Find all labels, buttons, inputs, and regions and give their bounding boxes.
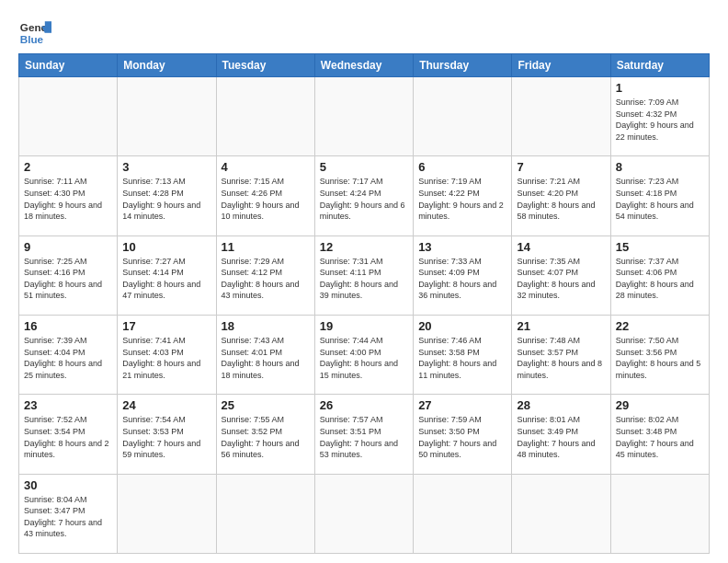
calendar-cell: 24Sunrise: 7:54 AM Sunset: 3:53 PM Dayli… — [118, 395, 216, 474]
day-info: Sunrise: 7:46 AM Sunset: 3:58 PM Dayligh… — [418, 335, 506, 381]
day-info: Sunrise: 7:21 AM Sunset: 4:20 PM Dayligh… — [517, 176, 605, 222]
day-number: 17 — [122, 319, 210, 333]
day-info: Sunrise: 7:25 AM Sunset: 4:16 PM Dayligh… — [24, 256, 112, 302]
calendar-cell — [118, 474, 216, 553]
calendar-cell: 6Sunrise: 7:19 AM Sunset: 4:22 PM Daylig… — [414, 156, 512, 236]
calendar-cell — [610, 474, 709, 553]
day-number: 21 — [517, 319, 605, 333]
calendar-cell: 21Sunrise: 7:48 AM Sunset: 3:57 PM Dayli… — [512, 315, 610, 394]
day-number: 13 — [418, 240, 506, 254]
svg-text:Blue: Blue — [20, 33, 44, 45]
day-number: 24 — [122, 398, 210, 412]
day-info: Sunrise: 7:54 AM Sunset: 3:53 PM Dayligh… — [122, 414, 210, 460]
weekday-header-monday: Monday — [118, 54, 216, 77]
calendar-cell — [216, 474, 314, 553]
week-row-5: 23Sunrise: 7:52 AM Sunset: 3:54 PM Dayli… — [19, 395, 710, 474]
day-number: 10 — [122, 240, 210, 254]
logo: General Blue — [18, 15, 55, 48]
day-info: Sunrise: 8:02 AM Sunset: 3:48 PM Dayligh… — [616, 414, 704, 460]
day-info: Sunrise: 7:27 AM Sunset: 4:14 PM Dayligh… — [122, 256, 210, 302]
calendar-cell: 19Sunrise: 7:44 AM Sunset: 4:00 PM Dayli… — [314, 315, 413, 394]
day-info: Sunrise: 7:19 AM Sunset: 4:22 PM Dayligh… — [418, 176, 506, 222]
logo-icon: General Blue — [18, 15, 51, 48]
day-info: Sunrise: 7:09 AM Sunset: 4:32 PM Dayligh… — [616, 97, 704, 143]
day-info: Sunrise: 7:31 AM Sunset: 4:11 PM Dayligh… — [320, 256, 408, 302]
weekday-header-row: SundayMondayTuesdayWednesdayThursdayFrid… — [19, 54, 710, 77]
day-number: 14 — [517, 240, 605, 254]
day-number: 25 — [222, 398, 310, 412]
weekday-header-sunday: Sunday — [19, 54, 118, 77]
day-number: 1 — [616, 81, 704, 95]
day-number: 27 — [418, 398, 506, 412]
calendar-cell: 4Sunrise: 7:15 AM Sunset: 4:26 PM Daylig… — [216, 156, 314, 236]
calendar-cell: 17Sunrise: 7:41 AM Sunset: 4:03 PM Dayli… — [118, 315, 216, 394]
day-info: Sunrise: 7:37 AM Sunset: 4:06 PM Dayligh… — [616, 256, 704, 302]
day-info: Sunrise: 7:23 AM Sunset: 4:18 PM Dayligh… — [616, 176, 704, 222]
calendar-cell: 16Sunrise: 7:39 AM Sunset: 4:04 PM Dayli… — [19, 315, 118, 394]
calendar-cell: 20Sunrise: 7:46 AM Sunset: 3:58 PM Dayli… — [414, 315, 512, 394]
day-number: 11 — [222, 240, 310, 254]
calendar-cell: 12Sunrise: 7:31 AM Sunset: 4:11 PM Dayli… — [314, 236, 413, 315]
week-row-2: 2Sunrise: 7:11 AM Sunset: 4:30 PM Daylig… — [19, 156, 710, 236]
day-number: 18 — [222, 319, 310, 333]
calendar-cell: 10Sunrise: 7:27 AM Sunset: 4:14 PM Dayli… — [118, 236, 216, 315]
calendar-cell: 18Sunrise: 7:43 AM Sunset: 4:01 PM Dayli… — [216, 315, 314, 394]
weekday-header-friday: Friday — [512, 54, 610, 77]
day-info: Sunrise: 7:57 AM Sunset: 3:51 PM Dayligh… — [320, 414, 408, 460]
calendar-cell: 22Sunrise: 7:50 AM Sunset: 3:56 PM Dayli… — [610, 315, 709, 394]
day-number: 7 — [517, 160, 605, 174]
day-info: Sunrise: 7:55 AM Sunset: 3:52 PM Dayligh… — [222, 414, 310, 460]
day-number: 15 — [616, 240, 704, 254]
calendar-cell: 7Sunrise: 7:21 AM Sunset: 4:20 PM Daylig… — [512, 156, 610, 236]
calendar-cell — [512, 77, 610, 156]
weekday-header-thursday: Thursday — [414, 54, 512, 77]
day-info: Sunrise: 7:59 AM Sunset: 3:50 PM Dayligh… — [418, 414, 506, 460]
calendar-cell: 1Sunrise: 7:09 AM Sunset: 4:32 PM Daylig… — [610, 77, 709, 156]
day-info: Sunrise: 7:13 AM Sunset: 4:28 PM Dayligh… — [122, 176, 210, 222]
calendar-cell: 2Sunrise: 7:11 AM Sunset: 4:30 PM Daylig… — [19, 156, 118, 236]
calendar-table: SundayMondayTuesdayWednesdayThursdayFrid… — [18, 53, 710, 554]
day-info: Sunrise: 7:44 AM Sunset: 4:00 PM Dayligh… — [320, 335, 408, 381]
calendar-cell: 15Sunrise: 7:37 AM Sunset: 4:06 PM Dayli… — [610, 236, 709, 315]
day-info: Sunrise: 8:01 AM Sunset: 3:49 PM Dayligh… — [517, 414, 605, 460]
calendar-cell: 25Sunrise: 7:55 AM Sunset: 3:52 PM Dayli… — [216, 395, 314, 474]
day-info: Sunrise: 7:41 AM Sunset: 4:03 PM Dayligh… — [122, 335, 210, 381]
day-number: 22 — [616, 319, 704, 333]
calendar-cell — [19, 77, 118, 156]
day-number: 20 — [418, 319, 506, 333]
week-row-6: 30Sunrise: 8:04 AM Sunset: 3:47 PM Dayli… — [19, 474, 710, 553]
calendar-cell: 9Sunrise: 7:25 AM Sunset: 4:16 PM Daylig… — [19, 236, 118, 315]
day-number: 3 — [122, 160, 210, 174]
day-number: 8 — [616, 160, 704, 174]
calendar-cell — [512, 474, 610, 553]
header: General Blue — [18, 15, 710, 48]
calendar-cell: 5Sunrise: 7:17 AM Sunset: 4:24 PM Daylig… — [314, 156, 413, 236]
week-row-1: 1Sunrise: 7:09 AM Sunset: 4:32 PM Daylig… — [19, 77, 710, 156]
day-info: Sunrise: 7:29 AM Sunset: 4:12 PM Dayligh… — [222, 256, 310, 302]
calendar-cell — [216, 77, 314, 156]
day-number: 26 — [320, 398, 408, 412]
calendar-cell: 8Sunrise: 7:23 AM Sunset: 4:18 PM Daylig… — [610, 156, 709, 236]
calendar-cell: 28Sunrise: 8:01 AM Sunset: 3:49 PM Dayli… — [512, 395, 610, 474]
day-info: Sunrise: 7:17 AM Sunset: 4:24 PM Dayligh… — [320, 176, 408, 222]
day-number: 16 — [24, 319, 112, 333]
day-info: Sunrise: 7:52 AM Sunset: 3:54 PM Dayligh… — [24, 414, 112, 460]
day-number: 28 — [517, 398, 605, 412]
day-number: 6 — [418, 160, 506, 174]
day-number: 12 — [320, 240, 408, 254]
page: General Blue SundayMondayTuesdayWednesda… — [0, 0, 728, 563]
day-number: 9 — [24, 240, 112, 254]
day-number: 4 — [222, 160, 310, 174]
calendar-cell: 13Sunrise: 7:33 AM Sunset: 4:09 PM Dayli… — [414, 236, 512, 315]
day-info: Sunrise: 7:33 AM Sunset: 4:09 PM Dayligh… — [418, 256, 506, 302]
day-info: Sunrise: 7:11 AM Sunset: 4:30 PM Dayligh… — [24, 176, 112, 222]
day-info: Sunrise: 7:35 AM Sunset: 4:07 PM Dayligh… — [517, 256, 605, 302]
calendar-cell: 14Sunrise: 7:35 AM Sunset: 4:07 PM Dayli… — [512, 236, 610, 315]
calendar-cell: 11Sunrise: 7:29 AM Sunset: 4:12 PM Dayli… — [216, 236, 314, 315]
day-number: 30 — [24, 478, 112, 492]
calendar-cell — [314, 77, 413, 156]
day-number: 2 — [24, 160, 112, 174]
weekday-header-tuesday: Tuesday — [216, 54, 314, 77]
weekday-header-saturday: Saturday — [610, 54, 709, 77]
calendar-cell — [314, 474, 413, 553]
